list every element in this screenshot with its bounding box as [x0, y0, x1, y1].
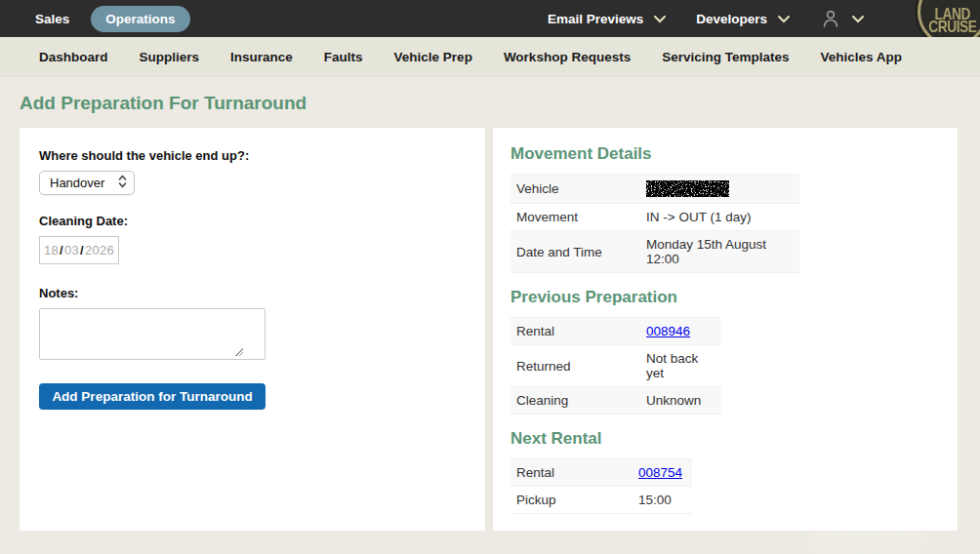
nav-item-vehicle-prep[interactable]: Vehicle Prep	[394, 50, 472, 64]
nav-item-faults[interactable]: Faults	[324, 50, 363, 64]
preparation-form-card: Where should the vehicle end up?: Handov…	[20, 128, 485, 531]
add-preparation-button[interactable]: Add Preparation for Turnaround	[39, 383, 265, 410]
topbar-right-group: Email Previews Developers	[548, 8, 882, 29]
table-row: Rental 008946	[510, 318, 721, 345]
row-value: Unknown	[640, 387, 721, 415]
movement-details-title: Movement Details	[510, 144, 940, 164]
redacted-text	[646, 180, 729, 197]
row-value: 008754	[633, 459, 692, 487]
next-rental-title: Next Rental	[510, 429, 940, 449]
date-year: 2026	[85, 243, 114, 257]
row-value: Monday 15th August 12:00	[640, 231, 799, 273]
date-day: 18	[44, 243, 59, 257]
nav-item-servicing-templates[interactable]: Servicing Templates	[662, 50, 789, 64]
table-row: Movement IN -> OUT (1 day)	[510, 204, 799, 231]
nav-item-suppliers[interactable]: Suppliers	[140, 50, 200, 64]
cleaning-date-input[interactable]: 18/03/2026	[39, 236, 119, 264]
table-row: Pickup 15:00	[510, 487, 692, 514]
vehicle-value-redacted	[640, 175, 799, 204]
row-label: Vehicle	[510, 175, 640, 204]
row-value: Not back yet	[640, 345, 721, 387]
row-label: Rental	[510, 459, 633, 487]
table-row: Rental 008754	[510, 459, 692, 487]
previous-rental-link[interactable]: 008946	[646, 324, 690, 338]
movement-details-table: Vehicle Movement IN -> OUT (1 day) Date …	[510, 174, 799, 273]
page-title: Add Preparation For Turnaround	[20, 93, 980, 114]
row-value: 15:00	[633, 487, 692, 514]
chevron-down-icon	[851, 15, 865, 23]
cleaning-date-label: Cleaning Date:	[39, 214, 466, 228]
notes-label: Notes:	[39, 286, 466, 300]
email-previews-menu[interactable]: Email Previews	[548, 12, 667, 26]
user-account-menu[interactable]	[820, 8, 865, 29]
chevron-down-icon	[777, 15, 791, 23]
row-value: IN -> OUT (1 day)	[640, 204, 799, 231]
table-row: Vehicle	[510, 175, 799, 204]
user-icon	[820, 8, 841, 29]
destination-selected-value: Handover	[50, 176, 104, 190]
chevron-down-icon	[653, 15, 667, 23]
content-area: Where should the vehicle end up?: Handov…	[20, 128, 958, 531]
row-label: Pickup	[510, 487, 633, 514]
previous-preparation-title: Previous Preparation	[510, 288, 940, 307]
top-navigation-bar: Sales Operations Email Previews Develope…	[0, 0, 980, 37]
nav-item-dashboard[interactable]: Dashboard	[39, 50, 108, 64]
notes-textarea[interactable]	[39, 308, 265, 360]
next-rental-table: Rental 008754 Pickup 15:00	[510, 458, 692, 514]
table-row: Returned Not back yet	[510, 345, 721, 387]
movement-details-card: Movement Details Vehicle Movement IN -> …	[493, 128, 958, 531]
row-value: 008946	[640, 318, 721, 345]
nav-item-workshop-requests[interactable]: Workshop Requests	[504, 50, 631, 64]
destination-label: Where should the vehicle end up?:	[39, 148, 466, 163]
previous-preparation-table: Rental 008946 Returned Not back yet Clea…	[510, 317, 721, 415]
row-label: Cleaning	[510, 387, 640, 415]
row-label: Date and Time	[510, 231, 640, 273]
table-row: Cleaning Unknown	[510, 387, 721, 415]
table-row: Date and Time Monday 15th August 12:00	[510, 231, 799, 273]
operations-sub-navigation: Dashboard Suppliers Insurance Faults Veh…	[0, 37, 980, 77]
row-label: Returned	[510, 345, 640, 387]
row-label: Movement	[510, 204, 640, 231]
destination-select[interactable]: Handover	[39, 171, 135, 195]
land-cruise-logo: LAND CRUISE	[918, 0, 980, 37]
next-rental-link[interactable]: 008754	[638, 465, 682, 480]
developers-menu[interactable]: Developers	[696, 12, 791, 26]
tab-sales[interactable]: Sales	[35, 12, 69, 26]
nav-item-vehicles-app[interactable]: Vehicles App	[820, 50, 902, 64]
developers-label: Developers	[696, 12, 767, 26]
nav-item-insurance[interactable]: Insurance	[230, 50, 293, 64]
select-updown-icon	[118, 175, 127, 191]
logo-text-line2: CRUISE	[928, 19, 976, 33]
date-month: 03	[64, 243, 79, 257]
email-previews-label: Email Previews	[548, 12, 643, 26]
tab-operations-active[interactable]: Operations	[91, 6, 189, 32]
row-label: Rental	[510, 318, 640, 345]
